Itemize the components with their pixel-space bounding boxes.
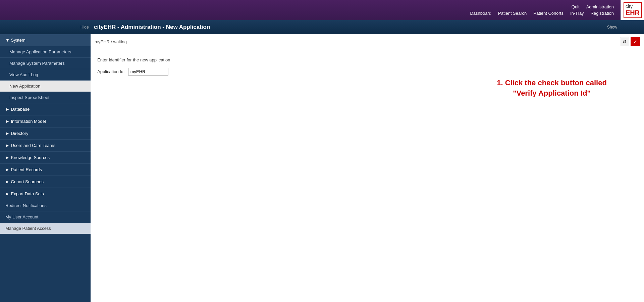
sidebar-system-section[interactable]: ▼ System — [0, 34, 91, 46]
content-area: myEHR / waiting ↺ ✓ Enter identifier for… — [91, 34, 644, 302]
verify-application-id-button[interactable]: ✓ — [631, 37, 640, 46]
sidebar-item-redirect-notifications[interactable]: Redirect Notifications — [0, 200, 91, 211]
top-nav-row2: Dashboard Patient Search Patient Cohorts… — [470, 11, 614, 16]
sidebar-item-manage-app-params[interactable]: Manage Application Parameters — [0, 46, 91, 58]
hide-label[interactable]: Hide — [80, 25, 89, 30]
sidebar-item-new-application[interactable]: New Application — [0, 81, 91, 92]
sidebar-item-my-user-account[interactable]: My User Account — [0, 211, 91, 223]
refresh-icon: ↺ — [623, 39, 627, 44]
show-label[interactable]: Show — [607, 25, 617, 30]
sidebar: ▼ System Manage Application Parameters M… — [0, 34, 91, 302]
logo-city: city — [626, 4, 640, 9]
app-id-input[interactable] — [128, 68, 168, 76]
refresh-button[interactable]: ↺ — [620, 37, 629, 46]
instruction-overlay: 1. Click the check button called "Verify… — [493, 78, 610, 99]
system-section-label: ▼ System — [5, 38, 25, 43]
top-nav: Quit Administration Dashboard Patient Se… — [470, 4, 614, 16]
dashboard-link[interactable]: Dashboard — [470, 11, 491, 16]
in-tray-link[interactable]: In-Tray — [570, 11, 584, 16]
breadcrumb-actions: ↺ ✓ — [620, 37, 640, 46]
form-instruction: Enter identifier for the new application — [97, 57, 637, 62]
sidebar-knowledge-sources-section[interactable]: ► Knowledge Sources — [0, 152, 91, 164]
sidebar-item-view-audit-log[interactable]: View Audit Log — [0, 69, 91, 81]
sidebar-export-data-sets-section[interactable]: ► Export Data Sets — [0, 188, 91, 200]
page-title: cityEHR - Administration - New Applicati… — [94, 24, 210, 31]
sidebar-item-inspect-spreadsheet[interactable]: Inspect Spreadsheet — [0, 92, 91, 103]
sidebar-users-care-teams-section[interactable]: ► Users and Care Teams — [0, 140, 91, 152]
quit-link[interactable]: Quit — [572, 4, 580, 9]
administration-link[interactable]: Administration — [586, 4, 614, 9]
logo-ehr: EHR — [626, 9, 640, 17]
sidebar-directory-section[interactable]: ► Directory — [0, 128, 91, 140]
patient-cohorts-link[interactable]: Patient Cohorts — [533, 11, 564, 16]
registration-link[interactable]: Registration — [591, 11, 614, 16]
sidebar-database-section[interactable]: ► Database — [0, 103, 91, 115]
sidebar-item-manage-patient-access[interactable]: Manage Patient Access — [0, 223, 91, 234]
patient-search-link[interactable]: Patient Search — [498, 11, 527, 16]
top-bar: Quit Administration Dashboard Patient Se… — [0, 0, 644, 20]
sidebar-patient-records-section[interactable]: ► Patient Records — [0, 164, 91, 176]
app-id-label: Application Id: — [97, 69, 125, 74]
breadcrumb-bar: myEHR / waiting ↺ ✓ — [91, 34, 644, 49]
sidebar-information-model-section[interactable]: ► Information Model — [0, 115, 91, 128]
top-nav-row1: Quit Administration — [572, 4, 614, 9]
form-row: Application Id: — [97, 68, 637, 76]
main-layout: ▼ System Manage Application Parameters M… — [0, 34, 644, 302]
check-icon: ✓ — [633, 39, 637, 44]
sidebar-item-manage-sys-params[interactable]: Manage System Parameters — [0, 58, 91, 69]
logo: city EHR — [621, 0, 644, 20]
breadcrumb: myEHR / waiting — [95, 39, 127, 44]
second-bar: Hide cityEHR - Administration - New Appl… — [0, 20, 644, 34]
sidebar-cohort-searches-section[interactable]: ► Cohort Searches — [0, 176, 91, 188]
